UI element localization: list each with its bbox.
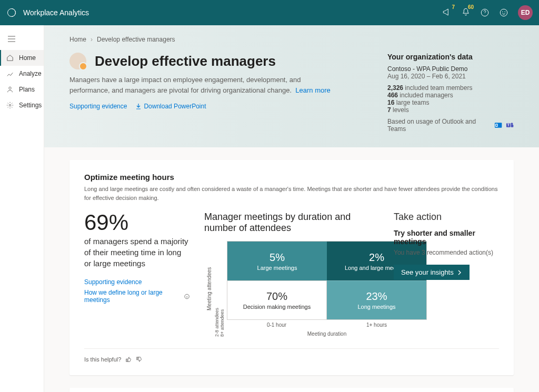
matrix-cell: 70% Decision making meetings (227, 280, 327, 319)
svg-point-3 (502, 12, 503, 13)
action-subtitle: Try shorter and smaller meetings (394, 229, 499, 246)
outlook-icon (494, 121, 502, 129)
org-data-panel: Your organization's data Contoso - WPA P… (387, 53, 514, 133)
card-optimize-meetings: Optimize meeting hours Long and large me… (69, 160, 514, 375)
page-title: Develop effective managers (95, 53, 276, 69)
user-avatar[interactable]: ED (518, 5, 533, 20)
svg-point-9 (496, 125, 497, 126)
home-icon (6, 54, 14, 62)
info-icon (184, 294, 189, 299)
matrix-cell: 23% Long meetings (327, 280, 426, 319)
see-insights-button[interactable]: See your insights (394, 265, 470, 280)
sidebar: Home Analyze Plans Settings Contact admi… (0, 25, 44, 392)
supporting-evidence-link[interactable]: Supporting evidence (84, 278, 189, 286)
sidebar-item-home[interactable]: Home (0, 50, 44, 66)
megaphone-badge: 7 (451, 4, 456, 10)
thumbs-down-icon[interactable] (136, 356, 142, 363)
sidebar-item-label: Settings (19, 102, 42, 109)
action-description: You have 3 recommended action(s) (394, 249, 499, 256)
sidebar-item-analyze[interactable]: Analyze (0, 66, 44, 82)
hero-banner: Home › Develop effective managers Develo… (44, 25, 539, 147)
matrix-cell: 5% Large meetings (227, 242, 327, 280)
sidebar-item-label: Plans (19, 86, 35, 93)
svg-point-4 (505, 12, 506, 13)
hamburger-icon (7, 35, 16, 43)
svg-point-2 (500, 9, 507, 16)
feedback-row: Is this helpful? (84, 348, 499, 363)
card-subtitle: Long and large meetings are costly and o… (84, 185, 499, 202)
svg-point-5 (9, 87, 11, 89)
sidebar-item-label: Analyze (19, 70, 42, 77)
megaphone-button[interactable]: 7 (442, 7, 452, 18)
page-description: Managers have a large impact on employee… (69, 75, 333, 95)
download-powerpoint-link[interactable]: Download PowerPoint (135, 103, 206, 110)
download-icon (135, 103, 142, 109)
chevron-right-icon (457, 270, 462, 275)
breadcrumb: Home › Develop effective managers (69, 36, 514, 43)
persona-icon (69, 53, 86, 69)
matrix-chart: Meeting attendees 2-8 attendees 8+ atten… (204, 241, 379, 337)
megaphone-icon (442, 7, 452, 17)
svg-point-12 (511, 123, 513, 125)
gear-icon (6, 102, 14, 109)
plans-icon (6, 86, 14, 93)
notifications-button[interactable]: 60 (461, 7, 471, 18)
analyze-icon (6, 70, 14, 77)
breadcrumb-current: Develop effective managers (97, 36, 175, 43)
org-heading: Your organization's data (387, 53, 514, 61)
app-title: Workplace Analytics (23, 8, 89, 17)
breadcrumb-home[interactable]: Home (69, 36, 86, 43)
svg-rect-13 (511, 125, 513, 127)
feedback-icon[interactable] (499, 8, 508, 17)
card-title: Optimize meeting hours (84, 173, 499, 182)
chart-title: Manager meetings by duration and number … (204, 212, 379, 234)
svg-point-6 (9, 104, 11, 106)
insight-percentage: 69% (84, 212, 189, 234)
sidebar-item-label: Home (19, 54, 36, 62)
sidebar-item-settings[interactable]: Settings (0, 97, 44, 113)
bell-badge: 60 (467, 4, 475, 10)
teams-icon: T (506, 121, 514, 129)
supporting-evidence-link[interactable]: Supporting evidence (69, 103, 127, 110)
help-icon[interactable] (480, 8, 490, 17)
action-title: Take action (394, 212, 499, 223)
insight-text: of managers spend a majority of their me… (84, 236, 189, 269)
learn-more-link[interactable]: Learn more (295, 86, 330, 94)
card-prevent-burnout: Prevent burnout Long hours and the press… (69, 388, 514, 392)
waffle-icon[interactable] (6, 7, 17, 18)
hamburger-button[interactable] (0, 29, 44, 50)
thumbs-up-icon[interactable] (125, 356, 132, 363)
main-content: Home › Develop effective managers Develo… (44, 25, 539, 392)
breadcrumb-separator: › (91, 36, 93, 43)
sidebar-item-plans[interactable]: Plans (0, 82, 44, 97)
topbar: Workplace Analytics 7 60 ED (0, 0, 539, 25)
definition-link[interactable]: How we define long or large meetings (84, 289, 189, 304)
